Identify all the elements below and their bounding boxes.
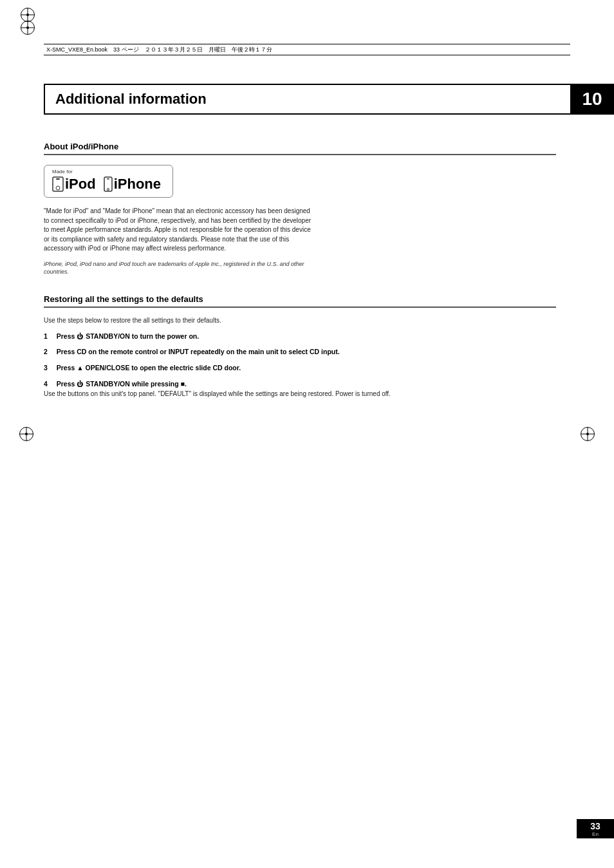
page-number: 33 (590, 821, 600, 831)
step-2-label: 2 Press CD on the remote control or INPU… (44, 347, 556, 357)
step-2-number: 2 (44, 348, 55, 355)
step-2-text: Press CD on the remote control or INPUT … (57, 348, 340, 355)
content-area: About iPod/iPhone Made for iPod (44, 142, 556, 816)
reg-mark-mid-left (19, 427, 33, 441)
chapter-block: 10 (570, 84, 614, 115)
step-3: 3 Press ▲ OPEN/CLOSE to open the electri… (44, 363, 556, 373)
made-for-badge: Made for iPod (44, 165, 173, 198)
step-1-text: Press ⏻ STANDBY/ON to turn the power on. (57, 332, 199, 340)
step-3-text: Press ▲ OPEN/CLOSE to open the electric … (57, 364, 241, 372)
step-4-label: 4 Press ⏻ STANDBY/ON while pressing ■. (44, 379, 556, 389)
made-for-icons: iPod iPhone (52, 176, 161, 193)
header-info: X-SMC_VXE8_En.book 33 ページ ２０１３年３月２５日 月曜日… (46, 46, 272, 54)
header-bar: X-SMC_VXE8_En.book 33 ページ ２０１３年３月２５日 月曜日… (44, 44, 570, 55)
reg-mark-tl (21, 21, 35, 35)
ipod-text: iPod (65, 176, 96, 193)
svg-rect-5 (107, 178, 109, 180)
page-number-block: 33 En (577, 819, 614, 838)
svg-point-4 (107, 189, 109, 191)
step-1: 1 Press ⏻ STANDBY/ON to turn the power o… (44, 332, 556, 341)
step-3-number: 3 (44, 364, 55, 372)
step-4-body: Use the buttons on this unit's top panel… (44, 390, 556, 399)
chapter-number: 10 (582, 89, 602, 109)
ipod-icon-wrap: iPod (52, 176, 96, 193)
iphone-icon-wrap: iPhone (104, 176, 161, 193)
iphone-text: iPhone (114, 176, 161, 193)
made-for-label: Made for (52, 169, 73, 175)
step-3-label: 3 Press ▲ OPEN/CLOSE to open the electri… (44, 363, 556, 373)
step-2: 2 Press CD on the remote control or INPU… (44, 347, 556, 357)
main-heading-bar: Additional information (44, 84, 570, 115)
reg-mark-mid-right (581, 427, 595, 441)
about-ipod-trademark: iPhone, iPod, iPod nano and iPod touch a… (44, 260, 314, 276)
step-1-label: 1 Press ⏻ STANDBY/ON to turn the power o… (44, 332, 556, 341)
step-1-number: 1 (44, 332, 55, 340)
page: X-SMC_VXE8_En.book 33 ページ ２０１３年３月２５日 月曜日… (0, 0, 614, 868)
reg-mark-bl (21, 8, 35, 22)
step-4: 4 Press ⏻ STANDBY/ON while pressing ■. U… (44, 379, 556, 399)
page-title: Additional information (55, 91, 207, 108)
svg-rect-2 (56, 178, 60, 180)
about-ipod-section: About iPod/iPhone Made for iPod (44, 142, 556, 276)
page-number-sub: En (592, 831, 599, 837)
restore-intro: Use the steps below to restore the all s… (44, 317, 556, 324)
restore-heading: Restoring all the settings to the defaul… (44, 294, 556, 308)
iphone-device-icon (104, 176, 113, 192)
ipod-device-icon (52, 176, 64, 192)
svg-point-1 (56, 186, 60, 190)
step-4-number: 4 (44, 380, 55, 388)
about-ipod-heading: About iPod/iPhone (44, 142, 556, 155)
restore-section: Restoring all the settings to the defaul… (44, 294, 556, 399)
step-4-text: Press ⏻ STANDBY/ON while pressing ■. (57, 380, 187, 388)
about-ipod-body: "Made for iPod" and "Made for iPhone" me… (44, 207, 314, 254)
